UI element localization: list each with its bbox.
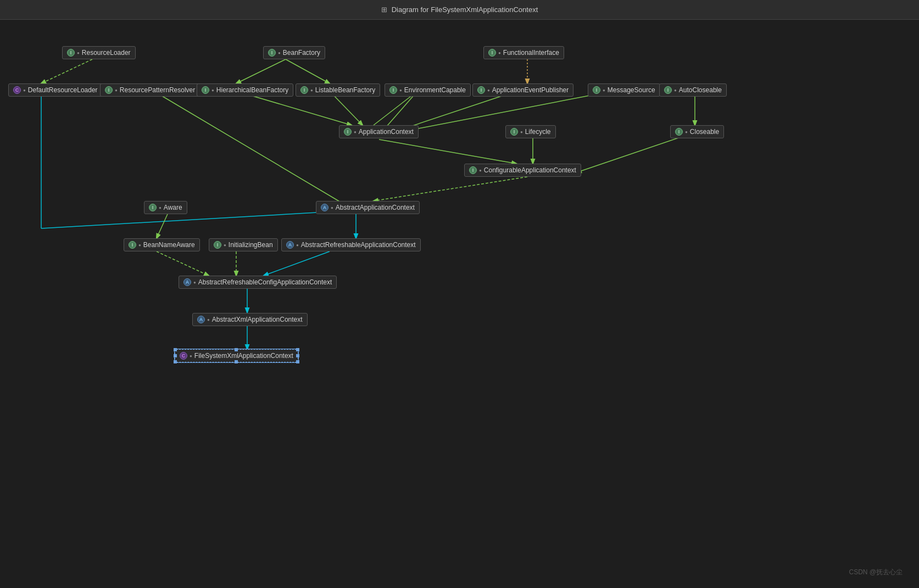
interface-icon: I [664, 86, 672, 94]
node-label: AbstractRefreshableConfigApplicationCont… [198, 278, 332, 286]
node-BeanFactory[interactable]: I ● BeanFactory [263, 46, 325, 59]
interface-icon: I [389, 86, 397, 94]
title-bar: ⊞ Diagram for FileSystemXmlApplicationCo… [0, 0, 919, 20]
svg-line-22 [264, 251, 330, 276]
svg-line-18 [157, 214, 168, 238]
node-label: ApplicationContext [359, 128, 414, 136]
node-label: BeanFactory [283, 49, 320, 57]
interface-icon: I [214, 241, 221, 249]
node-label: ResourceLoader [82, 49, 131, 57]
node-label: Lifecycle [525, 128, 551, 136]
node-InitializingBean[interactable]: I ● InitializingBean [209, 238, 278, 251]
interface-icon: I [129, 241, 136, 249]
node-label: ApplicationEventPublisher [492, 86, 569, 94]
node-Aware[interactable]: I ● Aware [144, 201, 187, 214]
node-label: BeanNameAware [143, 241, 195, 249]
abstract-icon: A [183, 278, 191, 286]
interface-icon: I [477, 86, 485, 94]
node-label: EnvironmentCapable [404, 86, 466, 94]
svg-line-5 [385, 91, 612, 135]
interface-icon: I [202, 86, 209, 94]
node-EnvironmentCapable[interactable]: I ● EnvironmentCapable [385, 83, 471, 97]
svg-line-1 [236, 59, 286, 83]
interface-icon: I [105, 86, 113, 94]
svg-line-0 [41, 59, 92, 83]
title-text: Diagram for FileSystemXmlApplicationCont… [392, 5, 538, 14]
node-label: MessageSource [608, 86, 655, 94]
abstract-icon: A [197, 316, 205, 323]
abstract-icon: A [286, 241, 294, 249]
node-AbstractRefreshableApplicationContext[interactable]: A ● AbstractRefreshableApplicationContex… [281, 238, 421, 251]
interface-icon: I [510, 128, 518, 136]
interface-icon: I [469, 166, 477, 174]
node-AbstractXmlApplicationContext[interactable]: A ● AbstractXmlApplicationContext [192, 313, 308, 326]
interface-icon: I [593, 86, 600, 94]
svg-line-17 [154, 91, 352, 209]
node-DefaultResourceLoader[interactable]: C ● DefaultResourceLoader [8, 83, 103, 97]
node-label: ConfigurableApplicationContext [484, 166, 576, 174]
node-MessageSource[interactable]: I ● MessageSource [588, 83, 660, 97]
interface-icon: I [300, 86, 308, 94]
svg-line-16 [41, 211, 346, 228]
node-ResourcePatternResolver[interactable]: I ● ResourcePatternResolver [100, 83, 200, 97]
node-Closeable[interactable]: I ● Closeable [670, 125, 724, 138]
node-label: HierarchicalBeanFactory [216, 86, 288, 94]
node-FileSystemXmlApplicationContext[interactable]: C ● FileSystemXmlApplicationContext [175, 349, 298, 362]
node-ResourceLoader[interactable]: I ● ResourceLoader [62, 46, 136, 59]
node-ApplicationContext[interactable]: I ● ApplicationContext [339, 125, 419, 138]
interface-icon: I [268, 49, 276, 57]
node-label: FunctionalInterface [503, 49, 559, 57]
diagram-icon: ⊞ [381, 5, 387, 14]
node-label: DefaultResourceLoader [28, 86, 98, 94]
class-icon: C [13, 86, 21, 94]
interface-icon: I [488, 49, 496, 57]
diagram-canvas: I ● ResourceLoader I ● BeanFactory I ● F… [0, 20, 919, 588]
node-label: ResourcePatternResolver [120, 86, 195, 94]
node-AbstractRefreshableConfigApplicationContext[interactable]: A ● AbstractRefreshableConfigApplication… [179, 276, 337, 289]
svg-line-2 [286, 59, 330, 83]
watermark: CSDN @抚去心尘 [849, 568, 903, 577]
node-label: AbstractApplicationContext [336, 204, 415, 211]
node-label: AbstractXmlApplicationContext [212, 316, 303, 323]
svg-line-19 [157, 251, 209, 276]
node-label: Aware [164, 204, 182, 211]
node-ListableBeanFactory[interactable]: I ● ListableBeanFactory [296, 83, 380, 97]
node-AutoCloseable[interactable]: I ● AutoCloseable [659, 83, 727, 97]
node-FunctionalInterface[interactable]: I ● FunctionalInterface [483, 46, 564, 59]
node-HierarchicalBeanFactory[interactable]: I ● HierarchicalBeanFactory [197, 83, 293, 97]
node-label: AutoCloseable [679, 86, 722, 94]
node-ConfigurableApplicationContext[interactable]: I ● ConfigurableApplicationContext [464, 164, 581, 177]
interface-icon: I [149, 204, 157, 211]
node-label: Closeable [690, 128, 719, 136]
node-AbstractApplicationContext[interactable]: A ● AbstractApplicationContext [316, 201, 420, 214]
node-label: InitializingBean [229, 241, 273, 249]
interface-icon: I [344, 128, 352, 136]
interface-icon: I [675, 128, 683, 136]
node-ApplicationEventPublisher[interactable]: I ● ApplicationEventPublisher [472, 83, 573, 97]
node-label: ListableBeanFactory [315, 86, 375, 94]
abstract-icon: A [321, 204, 328, 211]
connections-svg [0, 20, 919, 588]
node-label: FileSystemXmlApplicationContext [194, 352, 293, 360]
node-label: AbstractRefreshableApplicationContext [301, 241, 416, 249]
svg-line-11 [379, 139, 516, 164]
node-BeanNameAware[interactable]: I ● BeanNameAware [124, 238, 200, 251]
interface-icon: I [67, 49, 75, 57]
svg-line-13 [577, 135, 687, 172]
node-Lifecycle[interactable]: I ● Lifecycle [505, 125, 556, 138]
svg-line-14 [374, 177, 527, 201]
class-icon: C [180, 352, 187, 360]
